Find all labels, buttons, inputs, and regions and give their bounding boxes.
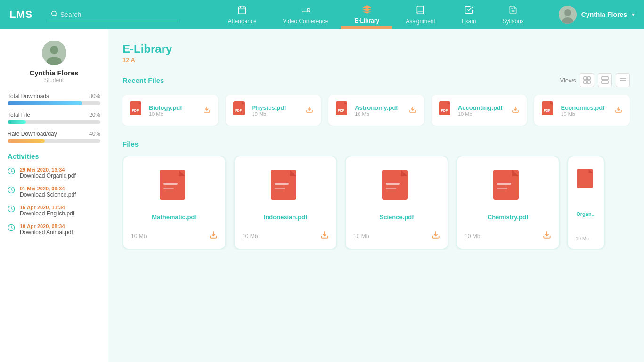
- pdf-icon: [576, 166, 596, 190]
- download-button[interactable]: [203, 106, 211, 115]
- svg-rect-25: [602, 81, 608, 83]
- stats-section: Total Downloads 80% Total File 20%: [8, 93, 100, 143]
- syllabus-icon: [508, 5, 518, 17]
- file-card-bottom: 10 Mb: [131, 230, 218, 241]
- list-item: 16 Apr 2020, 11:34 Download English.pdf: [8, 205, 100, 217]
- file-size: 10 Mb: [355, 111, 403, 117]
- file-name: Accounting.pdf: [458, 104, 506, 111]
- file-size: 10 Mb: [561, 111, 609, 117]
- svg-point-14: [50, 46, 58, 54]
- pdf-icon: [158, 166, 191, 203]
- pdf-icon: [491, 166, 524, 203]
- file-size: 10 Mb: [458, 111, 506, 117]
- file-name: Economics.pdf: [561, 104, 609, 111]
- nav-item-syllabus[interactable]: Syllabus: [489, 0, 537, 29]
- attendance-icon: [237, 5, 247, 17]
- file-card-bottom: 10 Mb: [465, 230, 551, 241]
- svg-rect-62: [386, 188, 396, 189]
- file-size: 10 Mb: [576, 236, 589, 241]
- view-list-button[interactable]: [616, 73, 630, 87]
- nav-items: Attendance Video Conference E-Library: [193, 0, 559, 29]
- pdf-icon: PDF: [439, 101, 452, 119]
- clock-icon: [8, 205, 15, 214]
- file-name: Physics.pdf: [252, 104, 301, 111]
- nav-item-exam[interactable]: Exam: [448, 0, 489, 29]
- app-logo: LMS: [9, 8, 38, 21]
- file-card-bottom: 10 Mb: [353, 230, 440, 241]
- user-avatar: [559, 6, 577, 24]
- file-name: Indonesian.pdf: [264, 214, 307, 221]
- list-item: Indonesian.pdf 10 Mb: [234, 156, 337, 250]
- file-info: Accounting.pdf 10 Mb: [458, 104, 506, 117]
- top-navigation: LMS Attendance Video Confer: [0, 0, 644, 29]
- download-button[interactable]: [615, 106, 622, 115]
- download-button[interactable]: [320, 230, 329, 241]
- activity-date: 16 Apr 2020, 11:34: [20, 205, 74, 210]
- e-library-label: E-Library: [354, 17, 379, 24]
- progress-bar-fill: [8, 139, 45, 143]
- svg-rect-24: [602, 77, 608, 80]
- svg-rect-56: [275, 183, 289, 185]
- progress-bar-fill: [8, 101, 82, 105]
- svg-text:PDF: PDF: [544, 109, 551, 112]
- recent-files-header: Recent Files Views: [122, 73, 630, 87]
- chevron-down-icon: ▾: [632, 11, 635, 18]
- svg-rect-21: [587, 77, 590, 80]
- nav-item-attendance[interactable]: Attendance: [215, 0, 270, 29]
- file-size: 10 Mb: [353, 233, 369, 239]
- file-info: Physics.pdf 10 Mb: [252, 104, 301, 117]
- sidebar: Cynthia Flores Student Total Downloads 8…: [0, 29, 108, 362]
- nav-item-video-conference[interactable]: Video Conference: [270, 0, 342, 29]
- user-area[interactable]: Cynthia Flores ▾: [559, 6, 635, 24]
- list-item: PDF Astronomy.pdf 10 Mb: [328, 95, 424, 126]
- activity-desc: Download English.pdf: [20, 210, 74, 217]
- pdf-icon: [380, 166, 413, 203]
- view-grid-1col-button[interactable]: [598, 73, 612, 87]
- search-input[interactable]: [60, 11, 173, 18]
- nav-item-e-library[interactable]: E-Library: [341, 0, 392, 29]
- profile-section: Cynthia Flores Student: [8, 41, 100, 83]
- pdf-icon: PDF: [542, 101, 555, 119]
- stat-value: 40%: [89, 131, 100, 137]
- download-button[interactable]: [209, 230, 218, 241]
- file-size: 10 Mb: [465, 233, 480, 239]
- file-size: 10 Mb: [252, 111, 301, 117]
- download-button[interactable]: [409, 106, 416, 115]
- view-grid-2col-button[interactable]: [580, 73, 594, 87]
- stat-value: 20%: [89, 112, 100, 118]
- page-title: E-Library: [122, 42, 630, 56]
- download-button[interactable]: [543, 230, 551, 241]
- stat-label: Total File: [8, 112, 30, 118]
- svg-text:PDF: PDF: [235, 109, 242, 112]
- download-button[interactable]: [432, 230, 440, 241]
- activity-desc: Download Science.pdf: [20, 191, 76, 198]
- svg-text:PDF: PDF: [441, 109, 448, 112]
- search-box[interactable]: [47, 8, 179, 21]
- list-item: PDF Physics.pdf 10 Mb: [226, 95, 321, 126]
- main-content: E-Library 12 A Recent Files Views: [108, 29, 644, 362]
- download-button[interactable]: [512, 106, 519, 115]
- attendance-label: Attendance: [228, 18, 257, 25]
- file-info: Astronomy.pdf 10 Mb: [355, 104, 403, 117]
- activities-title: Activities: [8, 152, 100, 160]
- files-grid: Mathematic.pdf 10 Mb: [122, 156, 630, 250]
- nav-item-assignment[interactable]: Assignment: [392, 0, 448, 29]
- video-conference-icon: [301, 5, 310, 17]
- views-row: Views: [560, 73, 630, 87]
- download-button[interactable]: [306, 106, 313, 115]
- svg-rect-6: [302, 8, 308, 11]
- stat-value: 80%: [89, 93, 100, 99]
- list-item: 10 Apr 2020, 08:34 Download Animal.pdf: [8, 223, 100, 236]
- profile-role: Student: [44, 77, 64, 83]
- activity-date: 10 Apr 2020, 08:34: [20, 223, 73, 229]
- svg-point-0: [52, 11, 56, 15]
- svg-rect-2: [239, 7, 246, 14]
- list-item: PDF Biology.pdf 10 Mb: [122, 95, 218, 126]
- files-section-header: Files: [122, 140, 630, 148]
- svg-text:PDF: PDF: [338, 109, 345, 112]
- file-name: Science.pdf: [380, 214, 414, 221]
- pdf-icon: PDF: [233, 101, 246, 119]
- progress-bar-bg: [8, 101, 100, 105]
- list-item: 01 Mei 2020, 09:34 Download Science.pdf: [8, 186, 100, 198]
- clock-icon: [8, 167, 15, 177]
